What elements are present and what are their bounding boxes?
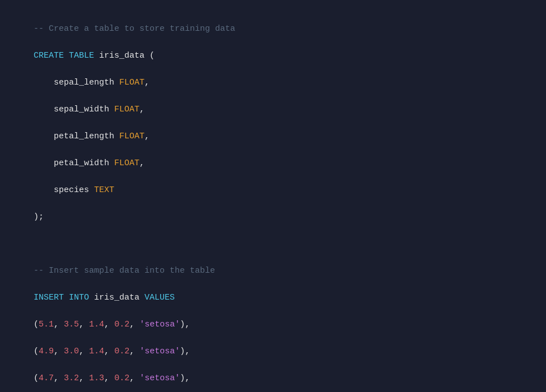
line-7: species TEXT	[34, 185, 114, 195]
line-8: );	[34, 212, 44, 222]
line-10: -- Insert sample data into the table	[34, 266, 215, 276]
code-content: -- Create a table to store training data…	[13, 9, 533, 392]
line-3: sepal_length FLOAT,	[34, 78, 150, 87]
line-2: CREATE TABLE iris_data (	[34, 51, 155, 60]
line-13: (4.9, 3.0, 1.4, 0.2, 'setosa'),	[34, 347, 190, 356]
line-1: -- Create a table to store training data	[34, 24, 235, 34]
line-12: (5.1, 3.5, 1.4, 0.2, 'setosa'),	[34, 320, 190, 329]
code-editor: -- Create a table to store training data…	[0, 0, 546, 392]
line-6: petal_width FLOAT,	[34, 158, 144, 168]
line-5: petal_length FLOAT,	[34, 132, 150, 141]
line-11: INSERT INTO iris_data VALUES	[34, 293, 175, 302]
line-14: (4.7, 3.2, 1.3, 0.2, 'setosa'),	[34, 374, 190, 383]
line-4: sepal_width FLOAT,	[34, 105, 144, 114]
